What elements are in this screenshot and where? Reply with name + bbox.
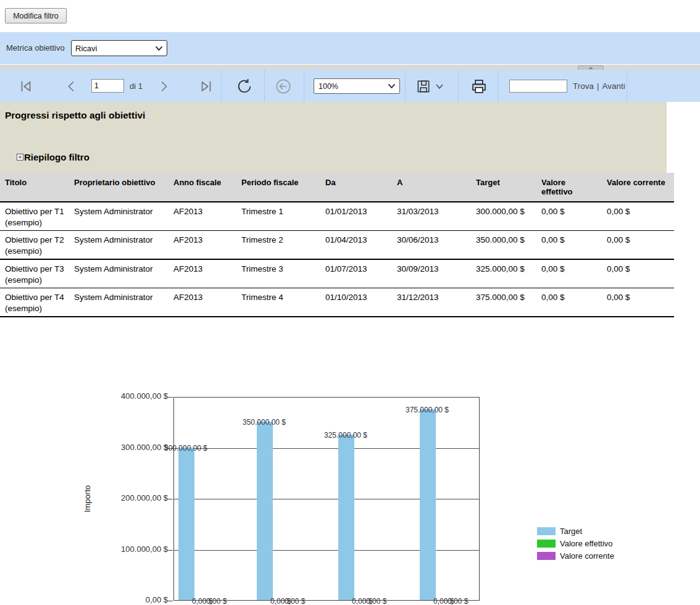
save-export-button[interactable] <box>415 78 432 95</box>
print-icon <box>470 78 488 95</box>
toolbar-separator <box>304 70 304 102</box>
legend-swatch <box>537 552 556 560</box>
legend-item: Valore corrente <box>537 551 614 561</box>
goals-bar-chart: Importo 0,00 $0,00 $0,00 $0,00 $0,00 $0,… <box>0 364 700 605</box>
zero-value-label: 0,00 $ <box>285 597 305 605</box>
y-axis-tick-label: 400.000,00 $ <box>69 391 168 401</box>
chart-plot-area: 0,00 $0,00 $0,00 $0,00 $0,00 $0,00 $0,00… <box>173 397 480 601</box>
first-page-button[interactable] <box>17 78 35 95</box>
table-cell: System Administrator <box>69 259 169 288</box>
table-cell: Obiettivo per T2 (esempio) <box>0 231 69 260</box>
legend-label: Valore effettivo <box>560 539 613 548</box>
previous-page-icon <box>64 79 79 94</box>
export-menu-button[interactable] <box>433 78 446 95</box>
next-page-button[interactable] <box>155 78 172 95</box>
report-toolbar: di 1 1 <box>0 70 700 102</box>
target-bar <box>178 448 194 601</box>
table-cell: System Administrator <box>69 288 169 317</box>
report-header-area: Progressi rispetto agli obiettivi + Riep… <box>0 102 667 173</box>
bar-value-label: 300.000,00 $ <box>164 444 207 453</box>
zoom-select-value: 100% <box>314 82 388 91</box>
find-button[interactable]: Trova <box>573 81 594 91</box>
y-axis-tick-mark <box>168 397 173 398</box>
table-cell: 01/10/2013 <box>320 288 392 317</box>
print-button[interactable] <box>470 78 488 95</box>
target-bar <box>257 422 273 600</box>
expand-plus-icon: + <box>17 154 23 161</box>
y-axis-tick-mark <box>168 499 173 499</box>
legend-swatch <box>537 540 556 548</box>
table-cell: AF2013 <box>169 288 236 317</box>
metric-label: Metrica obiettivo <box>6 43 65 52</box>
column-header: Periodo fiscale <box>236 173 320 202</box>
search-input[interactable] <box>509 80 567 93</box>
table-cell: 0,00 $ <box>536 202 602 231</box>
refresh-button[interactable] <box>236 78 253 95</box>
legend-label: Target <box>560 527 582 536</box>
table-cell: AF2013 <box>169 202 236 231</box>
zero-value-label: 0,00 $ <box>366 597 386 605</box>
table-cell: 375.000,00 $ <box>471 288 536 317</box>
last-page-button[interactable] <box>198 78 215 95</box>
table-row: Obiettivo per T1 (esempio)System Adminis… <box>0 202 674 231</box>
table-cell: 325.000,00 $ <box>471 259 536 288</box>
zoom-chevron-icon <box>388 83 396 89</box>
table-cell: 01/07/2013 <box>320 259 392 288</box>
table-cell: 0,00 $ <box>602 259 674 288</box>
collapse-toolbar-arrow-icon <box>588 67 593 69</box>
export-menu-chevron-icon <box>435 83 444 90</box>
modifica-filtro-button[interactable]: Modifica filtro <box>5 8 67 23</box>
table-cell: Obiettivo per T3 (esempio) <box>0 259 69 288</box>
page-of-label: di 1 <box>130 81 143 91</box>
legend-label: Valore corrente <box>560 551 614 561</box>
refresh-icon <box>236 78 253 95</box>
bar-value-label: 350.000,00 $ <box>243 418 286 427</box>
y-axis-tick-label: 0,00 $ <box>69 595 168 604</box>
back-to-parent-button[interactable] <box>275 78 292 95</box>
report-viewer-screen: Modifica filtro Metrica obiettivo Ricavi <box>0 0 700 605</box>
next-page-icon <box>156 79 171 94</box>
save-export-icon <box>415 78 431 94</box>
y-axis-tick-mark <box>168 601 173 601</box>
find-next-button[interactable]: Avanti <box>602 81 625 91</box>
table-row: Obiettivo per T3 (esempio)System Adminis… <box>0 259 674 288</box>
column-header: Da <box>320 173 392 202</box>
y-axis-tick-mark <box>168 550 173 551</box>
last-page-icon <box>198 78 214 94</box>
column-header: A <box>392 173 471 202</box>
target-bar <box>420 409 436 600</box>
find-controls: Trova|Avanti <box>573 81 625 91</box>
column-header: Anno fiscale <box>169 173 236 202</box>
table-header-row: TitoloProprietario obiettivoAnno fiscale… <box>0 173 674 202</box>
bar-value-label: 375.000,00 $ <box>406 406 449 414</box>
zero-value-label: 0,00 $ <box>206 597 227 605</box>
table-cell: 0,00 $ <box>536 288 602 317</box>
target-bar <box>338 435 354 600</box>
table-cell: Trimestre 1 <box>236 202 320 231</box>
column-header: Target <box>471 173 536 202</box>
metric-select[interactable]: Ricavi <box>71 40 167 56</box>
column-header: Valore corrente <box>602 173 674 202</box>
table-row: Obiettivo per T4 (esempio)System Adminis… <box>0 288 674 317</box>
table-cell: 31/03/2013 <box>392 202 471 231</box>
table-cell: Obiettivo per T4 (esempio) <box>0 288 69 317</box>
table-cell: System Administrator <box>69 231 169 260</box>
page-number-input[interactable] <box>91 79 124 93</box>
filter-summary-label: Riepilogo filtro <box>24 152 90 162</box>
table-row: Obiettivo per T2 (esempio)System Adminis… <box>0 231 674 260</box>
report-title: Progressi rispetto agli obiettivi <box>5 110 145 121</box>
chart-legend: TargetValore effettivoValore corrente <box>537 527 614 564</box>
find-separator: | <box>597 81 599 91</box>
column-header: Proprietario obiettivo <box>69 173 169 202</box>
table-cell: Obiettivo per T1 (esempio) <box>0 202 69 231</box>
bar-value-label: 325.000,00 $ <box>324 431 367 440</box>
toolbar-separator <box>498 70 498 102</box>
filter-summary-toggle[interactable]: + Riepilogo filtro <box>17 152 90 162</box>
table-cell: 31/12/2013 <box>392 288 471 317</box>
metric-filter-bar: Metrica obiettivo Ricavi <box>0 32 700 64</box>
legend-item: Target <box>537 527 614 536</box>
toolbar-separator <box>221 70 222 102</box>
zoom-select[interactable]: 100% <box>314 78 400 94</box>
table-cell: Trimestre 2 <box>236 231 320 260</box>
previous-page-button[interactable] <box>63 78 80 95</box>
